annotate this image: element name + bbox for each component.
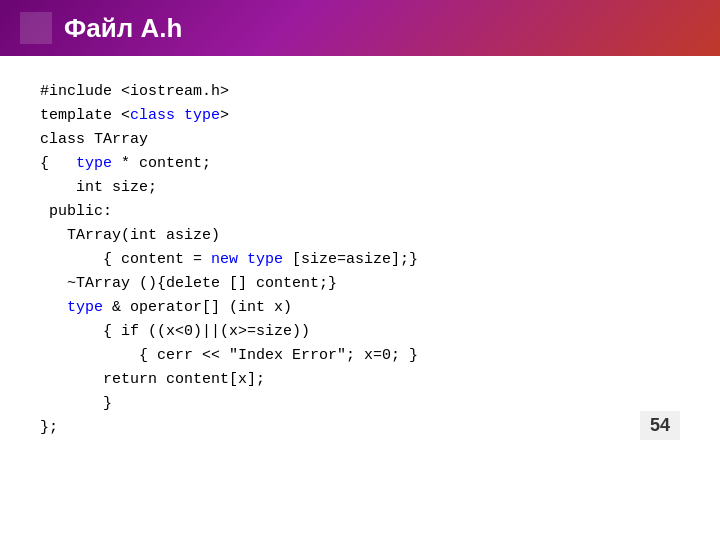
code-line-11: { if ((x<0)||(x>=size)) bbox=[40, 320, 680, 344]
code-line-1: #include <iostream.h> bbox=[40, 80, 680, 104]
code-line-12: { cerr << "Index Error"; x=0; } bbox=[40, 344, 680, 368]
header: Файл A.h bbox=[0, 0, 720, 56]
code-line-10: type & operator[] (int x) bbox=[40, 296, 680, 320]
code-line-9: ~TArray (){delete [] content;} bbox=[40, 272, 680, 296]
code-line-6: public: bbox=[40, 200, 680, 224]
code-line-2: template <class type> bbox=[40, 104, 680, 128]
code-line-8: { content = new type [size=asize];} bbox=[40, 248, 680, 272]
code-line-15: }; bbox=[40, 416, 680, 440]
code-block: #include <iostream.h> template <class ty… bbox=[40, 80, 680, 440]
code-line-4: { type * content; bbox=[40, 152, 680, 176]
page-number: 54 bbox=[640, 411, 680, 440]
code-line-7: TArray(int asize) bbox=[40, 224, 680, 248]
content: #include <iostream.h> template <class ty… bbox=[0, 56, 720, 460]
header-title: Файл A.h bbox=[64, 13, 182, 44]
code-line-14: } bbox=[40, 392, 680, 416]
header-decoration bbox=[20, 12, 52, 44]
code-line-13: return content[x]; bbox=[40, 368, 680, 392]
code-line-5: int size; bbox=[40, 176, 680, 200]
code-line-3: class TArray bbox=[40, 128, 680, 152]
